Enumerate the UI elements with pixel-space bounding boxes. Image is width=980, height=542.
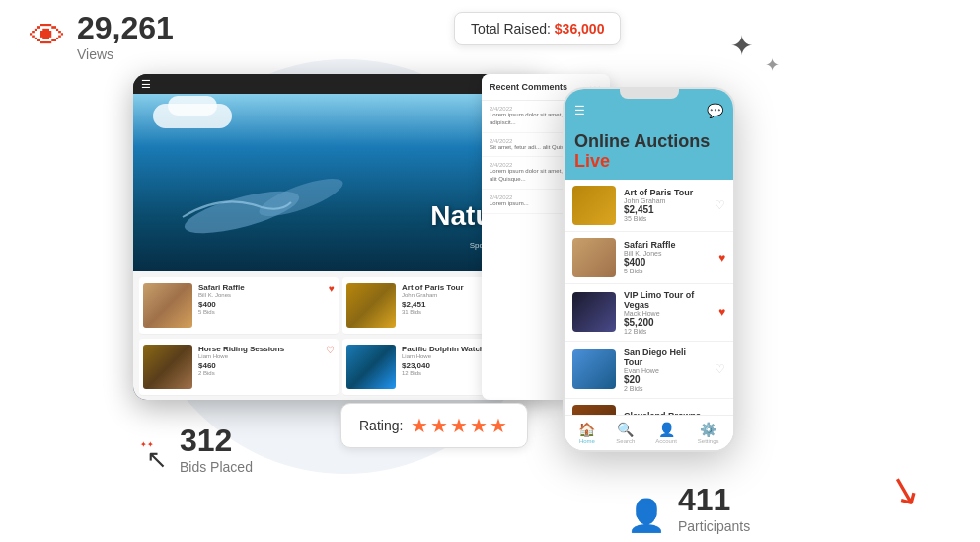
rating-label: Rating: (359, 418, 403, 433)
phone-item-info: VIP Limo Tour of Vegas Mack Howe $5,200 … (624, 290, 711, 335)
nav-account-label: Account (655, 438, 677, 444)
cursor-sparkle-icon: ✦✦ (140, 440, 154, 449)
nav-settings-label: Settings (698, 438, 719, 444)
phone-item-title: VIP Limo Tour of Vegas (624, 290, 711, 310)
phone-item-price: $5,200 (624, 317, 711, 328)
tablet-item-info: Safari Raffle Bill K. Jones $400 5 Bids (198, 283, 323, 328)
phone-item-author: John Graham (624, 197, 707, 204)
phone-item-info: San Diego Heli Tour Evan Howe $20 2 Bids (624, 348, 707, 392)
phone-item-info: Safari Raffle Bill K. Jones $400 5 Bids (624, 240, 711, 274)
tablet-item-info: Horse Riding Sessions Liam Howe $460 2 B… (198, 345, 320, 389)
item-price: $400 (198, 300, 323, 309)
raised-amount: $36,000 (555, 21, 605, 37)
phone-chat-icon[interactable]: 💬 (707, 103, 723, 118)
phone-title-block: Online Auctions Live (565, 126, 733, 180)
phone-bottom-nav: 🏠 Home 🔍 Search 👤 Account ⚙️ Settings (565, 415, 733, 450)
phone-items-list: Art of Paris Tour John Graham $2,451 35 … (565, 180, 733, 451)
heart-icon[interactable]: ♡ (715, 198, 725, 212)
phone-hamburger-icon[interactable]: ☰ (574, 104, 585, 117)
arrow-decoration: ↘ (883, 463, 928, 515)
phone-item-bids: 12 Bids (624, 328, 711, 335)
heart-icon[interactable]: ♥ (329, 283, 335, 328)
bids-number: 312 (180, 423, 253, 459)
nav-search-label: Search (616, 438, 635, 444)
nav-search[interactable]: 🔍 Search (616, 422, 635, 444)
views-number: 29,261 (77, 10, 174, 46)
phone-item-bids: 2 Bids (624, 385, 707, 392)
phone-item-info: Art of Paris Tour John Graham $2,451 35 … (624, 188, 707, 222)
paris-thumb (572, 186, 616, 225)
phone-item-bids: 35 Bids (624, 215, 707, 222)
phone-item-author: Bill K. Jones (624, 250, 711, 257)
item-bids: 5 Bids (198, 309, 323, 315)
safari-image (143, 283, 192, 328)
phone-item-image (572, 238, 616, 277)
phone-item-image (572, 349, 616, 389)
tablet-item-image (143, 283, 192, 328)
clouds-decoration (153, 104, 232, 128)
nav-account[interactable]: 👤 Account (655, 422, 677, 444)
item-bids: 2 Bids (198, 370, 320, 376)
phone-item-price: $400 (624, 257, 711, 268)
person-icon: 👤 (627, 497, 666, 534)
nav-home-label: Home (579, 438, 595, 444)
bids-label: Bids Placed (180, 459, 253, 475)
phone-item-image (572, 186, 616, 225)
item-author: Liam Howe (198, 353, 320, 359)
phone-title-main: Online Auctions (574, 132, 723, 152)
heart-icon[interactable]: ♥ (718, 251, 725, 265)
bids-stat: ✦✦ ↖ 312 Bids Placed (146, 423, 253, 475)
rating-box: Rating: ★★★★★ (340, 403, 528, 448)
phone-title-live: Live (574, 152, 723, 172)
eye-icon: 👁 (30, 16, 65, 57)
paris-image (346, 283, 396, 328)
phone-notch (620, 89, 679, 99)
heart-icon[interactable]: ♡ (326, 345, 335, 389)
home-icon: 🏠 (578, 422, 595, 437)
tablet-item[interactable]: Safari Raffle Bill K. Jones $400 5 Bids … (139, 277, 339, 335)
item-price: $460 (198, 361, 320, 370)
dolphin-image (346, 345, 396, 389)
sparkle-icon: ✦ (730, 30, 753, 62)
phone-item-image (572, 292, 616, 332)
tablet-item-image (143, 345, 192, 389)
participants-label: Participants (678, 518, 750, 534)
phone-item-title: Safari Raffle (624, 240, 711, 250)
sandiego-thumb (572, 349, 616, 389)
account-icon: 👤 (658, 422, 675, 437)
tablet-item[interactable]: Horse Riding Sessions Liam Howe $460 2 B… (139, 339, 339, 396)
sparkle-small-icon: ✦ (765, 54, 780, 76)
views-label: Views (77, 46, 174, 62)
nav-settings[interactable]: ⚙️ Settings (698, 422, 719, 444)
phone-item-price: $20 (624, 374, 707, 385)
phone-item-bids: 5 Bids (624, 268, 711, 274)
participants-stat: 👤 411 Participants (627, 482, 750, 534)
phone-item-price: $2,451 (624, 204, 707, 215)
views-stat: 👁 29,261 Views (30, 10, 174, 62)
tablet-item-image (346, 283, 396, 328)
heart-icon[interactable]: ♡ (715, 362, 725, 376)
heart-icon[interactable]: ♥ (718, 305, 725, 319)
participants-number: 411 (678, 482, 750, 518)
rating-stars: ★★★★★ (411, 414, 509, 437)
hamburger-icon[interactable]: ☰ (141, 78, 151, 91)
phone-item-title: Art of Paris Tour (624, 188, 707, 197)
item-author: Bill K. Jones (198, 292, 323, 298)
settings-icon: ⚙️ (700, 422, 716, 437)
phone-item[interactable]: San Diego Heli Tour Evan Howe $20 2 Bids… (565, 342, 733, 399)
cursor-container: ✦✦ ↖ (146, 444, 168, 475)
phone-item[interactable]: Art of Paris Tour John Graham $2,451 35 … (565, 180, 733, 232)
phone-item-title: San Diego Heli Tour (624, 348, 707, 367)
item-title: Safari Raffle (198, 283, 323, 292)
search-icon: 🔍 (617, 422, 634, 437)
tablet-item-image (346, 345, 396, 389)
nav-home[interactable]: 🏠 Home (578, 422, 595, 444)
phone-item-author: Mack Howe (624, 310, 711, 317)
total-raised-box: Total Raised: $36,000 (454, 12, 621, 45)
horse-image (143, 345, 192, 389)
phone-item[interactable]: VIP Limo Tour of Vegas Mack Howe $5,200 … (565, 284, 733, 342)
phone-item-author: Evan Howe (624, 367, 707, 374)
item-title: Horse Riding Sessions (198, 345, 320, 353)
phone-device: ☰ 💬 Online Auctions Live Art of Paris To… (563, 87, 735, 452)
phone-item[interactable]: Safari Raffle Bill K. Jones $400 5 Bids … (565, 232, 733, 284)
